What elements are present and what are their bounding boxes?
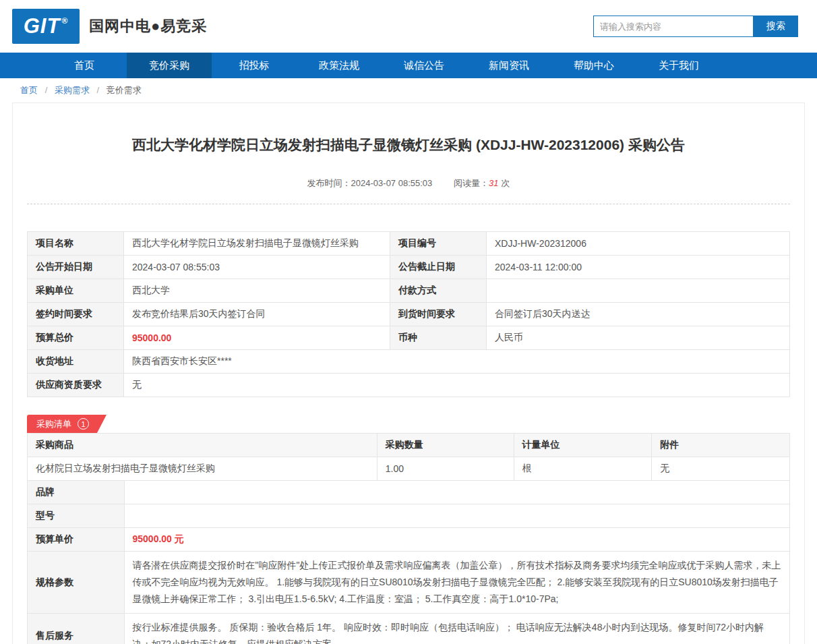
- info-value-supplier-qualification: 无: [124, 374, 790, 397]
- breadcrumb-separator: /: [45, 85, 48, 95]
- table-row: 项目名称 西北大学化材学院日立场发射扫描电子显微镜灯丝采购 项目编号 XDJJ-…: [28, 232, 790, 256]
- info-value-signing-time: 发布竞价结果后30天内签订合同: [124, 303, 390, 326]
- purchase-list-table: 采购商品 采购数量 计量单位 附件 化材院日立场发射扫描电子显微镜灯丝采购 1.…: [27, 433, 790, 644]
- info-value-purchaser: 西北大学: [124, 279, 390, 303]
- breadcrumb-purchase-demand-link[interactable]: 采购需求: [55, 85, 90, 95]
- breadcrumb-current-page: 竞价需求: [107, 85, 142, 95]
- col-header-quantity: 采购数量: [377, 434, 514, 457]
- views-unit: 次: [501, 178, 510, 188]
- info-value-payment-method: [487, 279, 790, 303]
- table-row: 型号: [28, 504, 790, 528]
- info-value-currency: 人民币: [487, 326, 790, 350]
- info-label-start-date: 公告开始日期: [28, 256, 124, 279]
- views-group: 阅读量：31次: [454, 178, 510, 188]
- detail-value-brand: [124, 481, 790, 504]
- project-info-table: 项目名称 西北大学化材学院日立场发射扫描电子显微镜灯丝采购 项目编号 XDJJ-…: [27, 231, 790, 397]
- table-row: 公告开始日期 2024-03-07 08:55:03 公告截止日期 2024-0…: [28, 256, 790, 279]
- breadcrumb-separator: /: [97, 85, 100, 95]
- table-row: 采购单位 西北大学 付款方式: [28, 279, 790, 303]
- registered-mark-icon: ®: [61, 16, 68, 26]
- info-label-currency: 币种: [390, 326, 487, 350]
- table-row: 供应商资质要求 无: [28, 374, 790, 397]
- info-label-project-name: 项目名称: [28, 232, 124, 256]
- table-row: 售后服务 按行业标准提供服务。 质保期：验收合格后 1年。 响应时效：即时响应（…: [28, 614, 790, 644]
- breadcrumb: 首页 / 采购需求 / 竞价需求: [0, 78, 817, 103]
- info-label-signing-time: 签约时间要求: [28, 303, 124, 326]
- table-header-row: 采购商品 采购数量 计量单位 附件: [28, 434, 790, 457]
- col-header-attachment: 附件: [652, 434, 790, 457]
- table-row: 收货地址 陕西省西安市长安区****: [28, 350, 790, 374]
- info-label-delivery-time: 到货时间要求: [390, 303, 487, 326]
- item-product: 化材院日立场发射扫描电子显微镜灯丝采购: [28, 457, 377, 481]
- detail-value-specifications: 请各潜在供应商提交报价时在"响应附件"处上传正式报价单及需求响应偏离表（加盖公章…: [124, 552, 790, 614]
- detail-value-unit-budget: 95000.00 元: [124, 528, 790, 552]
- nav-item-policies[interactable]: 政策法规: [297, 53, 382, 78]
- nav-item-help-center[interactable]: 帮助中心: [551, 53, 636, 78]
- detail-label-unit-budget: 预算单价: [28, 528, 125, 552]
- detail-label-after-sales: 售后服务: [28, 614, 125, 644]
- info-label-project-no: 项目编号: [390, 232, 487, 256]
- publish-time-value: 2024-03-07 08:55:03: [351, 178, 433, 188]
- table-row: 品牌: [28, 481, 790, 504]
- search-input[interactable]: [593, 16, 754, 37]
- item-attachment: 无: [652, 457, 790, 481]
- col-header-unit: 计量单位: [514, 434, 652, 457]
- detail-value-after-sales: 按行业标准提供服务。 质保期：验收合格后 1年。 响应时效：即时响应（包括电话响…: [124, 614, 790, 644]
- nav-item-bidding-purchase[interactable]: 竞价采购: [127, 53, 212, 78]
- table-row: 预算单价 95000.00 元: [28, 528, 790, 552]
- info-value-delivery-address: 陕西省西安市长安区****: [124, 350, 790, 374]
- info-value-project-no: XDJJ-HW-202312006: [487, 232, 790, 256]
- col-header-product: 采购商品: [28, 434, 377, 457]
- table-row: 签约时间要求 发布竞价结果后30天内签订合同 到货时间要求 合同签订后30天内送…: [28, 303, 790, 326]
- info-label-end-date: 公告截止日期: [390, 256, 487, 279]
- main-nav: 首页 竞价采购 招投标 政策法规 诚信公告 新闻资讯 帮助中心 关于我们: [0, 53, 817, 78]
- detail-label-specifications: 规格参数: [28, 552, 125, 614]
- top-header: GIT® 国网中电●易竞采 搜索: [0, 0, 817, 53]
- breadcrumb-home-link[interactable]: 首页: [20, 85, 38, 95]
- nav-item-about-us[interactable]: 关于我们: [636, 53, 721, 78]
- info-label-payment-method: 付款方式: [390, 279, 487, 303]
- nav-item-credit-notices[interactable]: 诚信公告: [382, 53, 466, 78]
- views-count: 31: [489, 178, 498, 188]
- site-logo[interactable]: GIT®: [12, 9, 80, 44]
- info-value-end-date: 2024-03-11 12:00:00: [487, 256, 790, 279]
- info-value-start-date: 2024-03-07 08:55:03: [124, 256, 390, 279]
- table-row: 规格参数 请各潜在供应商提交报价时在"响应附件"处上传正式报价单及需求响应偏离表…: [28, 552, 790, 614]
- info-label-supplier-qualification: 供应商资质要求: [28, 374, 124, 397]
- logo-text: GIT: [24, 14, 61, 38]
- table-row: 预算总价 95000.00 币种 人民币: [28, 326, 790, 350]
- nav-item-home[interactable]: 首页: [42, 53, 127, 78]
- detail-label-model: 型号: [28, 504, 125, 528]
- page-title: 西北大学化材学院日立场发射扫描电子显微镜灯丝采购 (XDJJ-HW-202312…: [27, 136, 790, 154]
- purchase-list-tab-label: 采购清单: [36, 418, 71, 430]
- article-meta: 发布时间：2024-03-07 08:55:03 阅读量：31次: [27, 177, 790, 189]
- purchase-list-count-badge: 1: [78, 418, 89, 430]
- info-label-total-budget: 预算总价: [28, 326, 124, 350]
- info-value-delivery-time: 合同签订后30天内送达: [487, 303, 790, 326]
- table-row: 化材院日立场发射扫描电子显微镜灯丝采购 1.00 根 无: [28, 457, 790, 481]
- search-area: 搜索: [593, 16, 798, 37]
- info-value-total-budget: 95000.00: [124, 326, 390, 350]
- info-value-project-name: 西北大学化材学院日立场发射扫描电子显微镜灯丝采购: [124, 232, 390, 256]
- info-label-delivery-address: 收货地址: [28, 350, 124, 374]
- views-label: 阅读量：: [454, 178, 489, 188]
- publish-time-group: 发布时间：2024-03-07 08:55:03: [307, 178, 433, 188]
- dashed-divider: [27, 204, 790, 204]
- detail-value-model: [124, 504, 790, 528]
- detail-label-brand: 品牌: [28, 481, 125, 504]
- nav-item-news[interactable]: 新闻资讯: [466, 53, 551, 78]
- publish-time-label: 发布时间：: [307, 178, 351, 188]
- item-unit: 根: [514, 457, 652, 481]
- site-name: 国网中电●易竞采: [89, 16, 207, 36]
- item-quantity: 1.00: [377, 457, 514, 481]
- announcement-panel: 西北大学化材学院日立场发射扫描电子显微镜灯丝采购 (XDJJ-HW-202312…: [12, 103, 805, 644]
- info-label-purchaser: 采购单位: [28, 279, 124, 303]
- nav-item-tenders[interactable]: 招投标: [212, 53, 297, 78]
- tab-purchase-list[interactable]: 采购清单 1: [27, 415, 107, 433]
- search-button[interactable]: 搜索: [754, 16, 798, 37]
